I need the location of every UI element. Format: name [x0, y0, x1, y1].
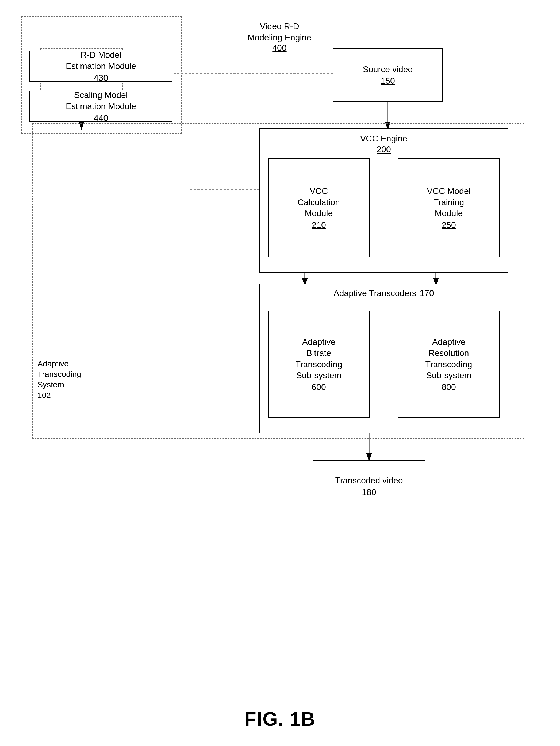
vcc-calc-number: 210 — [312, 220, 326, 230]
adaptive-transcoders-label: Adaptive Transcoders — [333, 288, 416, 298]
diagram-container: Source video 150 Video Corpus 160 Adapti… — [21, 16, 537, 698]
adaptive-bitrate-number: 600 — [312, 382, 326, 392]
scaling-model-number: 440 — [94, 113, 108, 123]
transcoded-video-number: 180 — [362, 487, 376, 497]
vcc-calculation-box: VCCCalculationModule 210 — [268, 159, 370, 257]
vcc-model-training-box: VCC ModelTrainingModule 250 — [398, 159, 500, 257]
adaptive-transcoders-number: 170 — [420, 288, 434, 298]
video-rd-modeling-box: Video R-DModeling Engine 400 R-D ModelEs… — [21, 16, 182, 134]
adaptive-resolution-label: AdaptiveResolutionTranscodingSub-system — [425, 337, 472, 381]
vcc-calc-label: VCCCalculationModule — [298, 185, 340, 219]
rd-model-label: R-D ModelEstimation Module — [66, 50, 136, 72]
transcoded-video-label: Transcoded video — [335, 475, 403, 486]
video-rd-number: 400 — [272, 43, 287, 53]
vcc-engine-number: 200 — [377, 144, 391, 154]
vcc-engine-box: VCC Engine 200 VCCCalculationModule 210 … — [259, 128, 508, 273]
source-video-number: 150 — [381, 76, 395, 86]
vcc-training-number: 250 — [442, 220, 456, 230]
vcc-engine-label: VCC Engine — [360, 134, 407, 143]
rd-model-number: 430 — [94, 73, 108, 83]
adaptive-bitrate-box: AdaptiveBitrateTranscodingSub-system 600 — [268, 311, 370, 418]
transcoded-video-box: Transcoded video 180 — [313, 460, 425, 512]
figure-label: FIG. 1B — [244, 708, 316, 730]
adaptive-resolution-number: 800 — [442, 382, 456, 392]
source-video-box: Source video 150 — [333, 48, 443, 102]
adaptive-bitrate-label: AdaptiveBitrateTranscodingSub-system — [296, 337, 342, 381]
video-rd-label: Video R-DModeling Engine — [248, 21, 311, 42]
scaling-model-label: Scaling ModelEstimation Module — [66, 90, 136, 112]
adaptive-transcoders-box: Adaptive Transcoders 170 AdaptiveBitrate… — [259, 284, 508, 433]
source-video-label: Source video — [363, 64, 413, 75]
vcc-training-label: VCC ModelTrainingModule — [427, 185, 471, 219]
adaptive-transcoding-system-label: AdaptiveTranscodingSystem 102 — [37, 358, 112, 400]
scaling-model-estimation-box: Scaling ModelEstimation Module 440 — [29, 91, 173, 122]
rd-model-estimation-box: R-D ModelEstimation Module 430 — [29, 51, 173, 82]
adaptive-resolution-box: AdaptiveResolutionTranscodingSub-system … — [398, 311, 500, 418]
